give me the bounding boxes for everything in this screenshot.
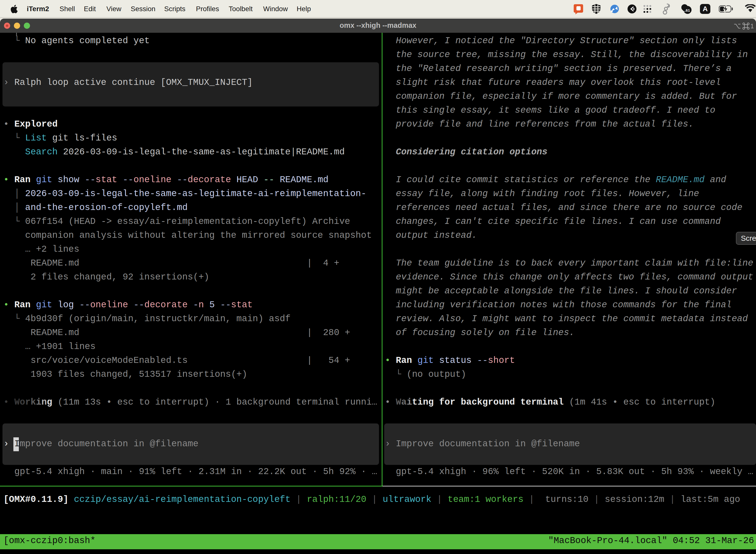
svg-text:1: 1	[750, 22, 754, 30]
svg-text:..61: ..61	[684, 8, 690, 12]
